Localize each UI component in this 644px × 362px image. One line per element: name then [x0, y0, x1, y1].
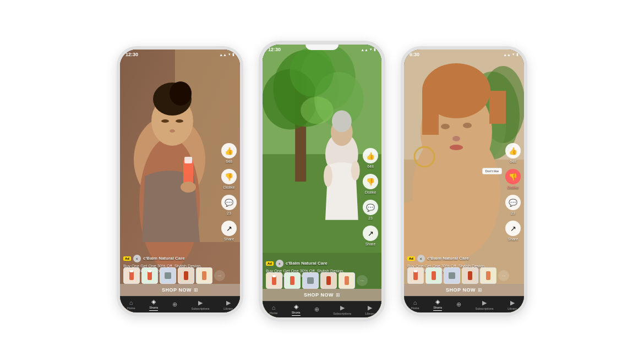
product-thumb-3-3[interactable] [444, 267, 460, 284]
library-label-2: Library [365, 312, 375, 315]
nav-shorts-3[interactable]: ◈ Shorts [433, 298, 442, 311]
nav-home-3[interactable]: ⌂ Home [411, 299, 419, 310]
svg-rect-25 [202, 271, 206, 280]
svg-rect-47 [307, 277, 314, 284]
home-label-3: Home [411, 306, 419, 310]
subscriptions-icon-2: ▶ [340, 304, 345, 311]
svg-rect-21 [165, 272, 171, 279]
phone-2-screen: 12:30 ▲▲ ▾ ▮ 👍 648 👎 Dislike [263, 45, 381, 317]
svg-rect-68 [413, 271, 418, 280]
comment-count-3: 23 [511, 211, 515, 215]
nav-shorts[interactable]: ◈ Shorts [149, 298, 158, 311]
nav-shorts-2[interactable]: ◈ Shorts [292, 303, 301, 316]
svg-rect-73 [449, 272, 455, 279]
thumb-img-5 [197, 268, 212, 283]
nav-subscriptions[interactable]: ▶ Subscriptions [192, 299, 210, 310]
product-thumb-3-2[interactable] [425, 267, 442, 284]
like-button-2[interactable]: 👍 648 [363, 148, 378, 168]
comment-icon-3: 💬 [505, 195, 521, 210]
nav-library[interactable]: ▶ Library [223, 299, 233, 310]
product-thumb-1[interactable] [123, 267, 140, 284]
like-button-3[interactable]: 👍 648 [505, 143, 521, 163]
more-button[interactable]: ··· [214, 270, 225, 281]
library-label-3: Library [507, 307, 517, 310]
shorts-icon: ◈ [151, 298, 156, 305]
nav-library-2[interactable]: ▶ Library [365, 304, 375, 315]
shorts-label-3: Shorts [433, 306, 442, 309]
dislike-button-3[interactable]: 👎 Dislike Don't like [505, 169, 521, 189]
svg-point-13 [181, 182, 196, 193]
shop-now-icon-2: ⊞ [336, 292, 340, 298]
product-thumb-2-5[interactable] [339, 272, 355, 289]
dislike-icon-2: 👎 [363, 174, 378, 189]
svg-point-34 [301, 97, 334, 124]
shop-now-icon: ⊞ [194, 287, 198, 293]
product-thumb-2[interactable] [141, 267, 158, 284]
nav-subscriptions-2[interactable]: ▶ Subscriptions [333, 304, 351, 315]
nav-create[interactable]: ⊕ [172, 301, 177, 308]
battery-icon-2: ▮ [374, 47, 376, 52]
phone-2-shop-now-bar[interactable]: SHOP NOW ⊞ [263, 289, 381, 301]
share-button-2[interactable]: ↗ Share [363, 226, 378, 246]
svg-rect-12 [184, 157, 192, 163]
home-label-2: Home [270, 311, 278, 315]
ad-badge: Ad [123, 256, 131, 261]
nav-library-3[interactable]: ▶ Library [507, 299, 517, 310]
product-thumb-2-3[interactable] [302, 272, 319, 289]
svg-point-33 [290, 47, 334, 97]
library-icon: ▶ [226, 299, 231, 306]
product-thumb-5[interactable] [196, 267, 212, 284]
nav-subscriptions-3[interactable]: ▶ Subscriptions [476, 299, 494, 310]
like-button[interactable]: 👍 648 [221, 143, 237, 163]
wifi-icon: ▾ [228, 52, 231, 57]
shop-now-icon-3: ⊞ [478, 287, 482, 293]
like-count-2: 648 [367, 164, 374, 168]
svg-rect-69 [414, 270, 417, 272]
comment-button-2[interactable]: 💬 23 [363, 200, 378, 220]
channel-name-2: c'Balm Natural Care [286, 261, 328, 266]
home-icon-2: ⌂ [272, 304, 276, 311]
phone-3: 6:30 ▲▲ ▾ ▮ 👍 648 👎 Dislike [401, 46, 527, 316]
product-thumb-2-1[interactable] [266, 272, 282, 289]
shorts-icon-2: ◈ [294, 303, 298, 310]
phone-3-product-thumbs: ··· [404, 265, 524, 286]
phone-1-status-bar: 12:30 ▲▲ ▾ ▮ [120, 50, 240, 58]
product-thumb-3-1[interactable] [407, 267, 424, 284]
comment-button-3[interactable]: 💬 23 [505, 195, 521, 215]
nav-create-3[interactable]: ⊕ [456, 301, 461, 308]
product-thumb-4[interactable] [178, 267, 194, 284]
phone-3-status-bar: 6:30 ▲▲ ▾ ▮ [404, 50, 524, 58]
dislike-button[interactable]: 👎 Dislike [221, 169, 237, 189]
product-thumb-2-4[interactable] [320, 272, 337, 289]
battery-icon-3: ▮ [516, 52, 519, 57]
share-button-3[interactable]: ↗ Share [505, 221, 521, 241]
dislike-button-2[interactable]: 👎 Dislike [363, 174, 378, 194]
phone-3-shop-now-bar[interactable]: SHOP NOW ⊞ [404, 284, 524, 296]
wifi-icon-2: ▾ [370, 47, 372, 52]
phone-1-time: 12:30 [125, 52, 138, 57]
comment-button[interactable]: 💬 23 [221, 195, 237, 215]
nav-underline [149, 310, 158, 311]
wifi-icon-3: ▾ [512, 52, 515, 57]
nav-home-2[interactable]: ⌂ Home [270, 304, 278, 315]
nav-underline-2 [292, 315, 301, 316]
svg-point-9 [176, 119, 183, 123]
product-thumb-2-2[interactable] [284, 272, 301, 289]
more-button-3[interactable]: ··· [498, 270, 509, 281]
more-button-2[interactable]: ··· [357, 275, 368, 286]
share-button[interactable]: ↗ Share [221, 221, 237, 241]
svg-rect-71 [432, 271, 436, 280]
subscriptions-label-3: Subscriptions [476, 307, 494, 310]
product-thumb-3-5[interactable] [480, 267, 496, 284]
phone-2: 12:30 ▲▲ ▾ ▮ 👍 648 👎 Dislike [259, 41, 385, 321]
product-thumb-3[interactable] [160, 267, 176, 284]
subscriptions-icon-3: ▶ [482, 299, 487, 306]
comment-count: 23 [227, 211, 231, 215]
phone-2-time: 12:30 [268, 47, 281, 52]
subscriptions-label-2: Subscriptions [333, 312, 351, 315]
nav-home[interactable]: ⌂ Home [127, 299, 135, 310]
phone-1-shop-now-bar[interactable]: SHOP NOW ⊞ [120, 284, 240, 296]
shorts-label-2: Shorts [292, 311, 301, 314]
product-thumb-3-4[interactable] [462, 267, 478, 284]
nav-create-2[interactable]: ⊕ [314, 306, 319, 313]
